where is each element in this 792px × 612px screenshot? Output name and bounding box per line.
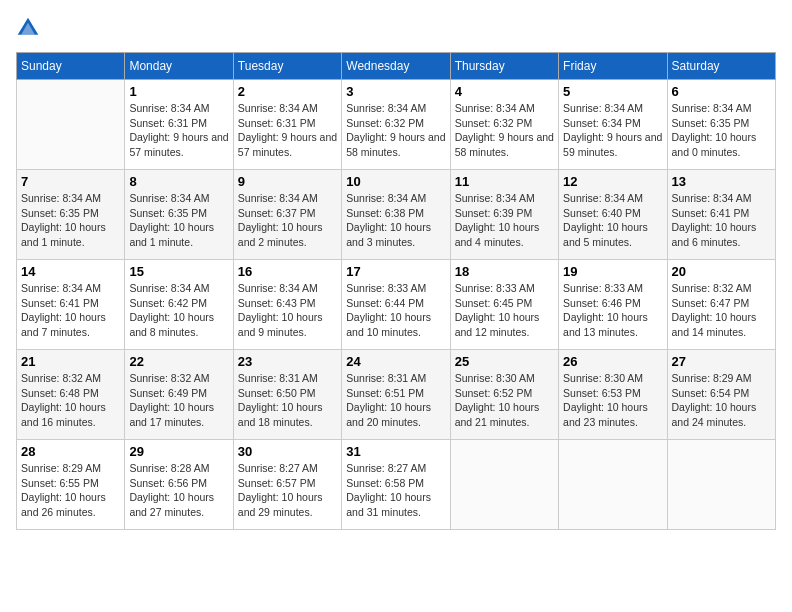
day-number: 9 xyxy=(238,174,337,189)
calendar-cell: 18Sunrise: 8:33 AMSunset: 6:45 PMDayligh… xyxy=(450,260,558,350)
calendar-week-row: 21Sunrise: 8:32 AMSunset: 6:48 PMDayligh… xyxy=(17,350,776,440)
calendar-cell: 15Sunrise: 8:34 AMSunset: 6:42 PMDayligh… xyxy=(125,260,233,350)
cell-info: Sunrise: 8:34 AMSunset: 6:43 PMDaylight:… xyxy=(238,281,337,340)
day-number: 16 xyxy=(238,264,337,279)
cell-info: Sunrise: 8:33 AMSunset: 6:45 PMDaylight:… xyxy=(455,281,554,340)
calendar-cell xyxy=(559,440,667,530)
cell-info: Sunrise: 8:34 AMSunset: 6:41 PMDaylight:… xyxy=(21,281,120,340)
cell-info: Sunrise: 8:27 AMSunset: 6:57 PMDaylight:… xyxy=(238,461,337,520)
calendar-cell: 2Sunrise: 8:34 AMSunset: 6:31 PMDaylight… xyxy=(233,80,341,170)
day-number: 27 xyxy=(672,354,771,369)
calendar-cell: 17Sunrise: 8:33 AMSunset: 6:44 PMDayligh… xyxy=(342,260,450,350)
cell-info: Sunrise: 8:33 AMSunset: 6:44 PMDaylight:… xyxy=(346,281,445,340)
calendar-cell: 31Sunrise: 8:27 AMSunset: 6:58 PMDayligh… xyxy=(342,440,450,530)
calendar-cell: 14Sunrise: 8:34 AMSunset: 6:41 PMDayligh… xyxy=(17,260,125,350)
calendar-cell: 22Sunrise: 8:32 AMSunset: 6:49 PMDayligh… xyxy=(125,350,233,440)
calendar-cell: 11Sunrise: 8:34 AMSunset: 6:39 PMDayligh… xyxy=(450,170,558,260)
cell-info: Sunrise: 8:34 AMSunset: 6:34 PMDaylight:… xyxy=(563,101,662,160)
calendar-cell: 21Sunrise: 8:32 AMSunset: 6:48 PMDayligh… xyxy=(17,350,125,440)
day-number: 20 xyxy=(672,264,771,279)
cell-info: Sunrise: 8:31 AMSunset: 6:51 PMDaylight:… xyxy=(346,371,445,430)
calendar-cell: 29Sunrise: 8:28 AMSunset: 6:56 PMDayligh… xyxy=(125,440,233,530)
calendar-cell: 27Sunrise: 8:29 AMSunset: 6:54 PMDayligh… xyxy=(667,350,775,440)
calendar-cell: 9Sunrise: 8:34 AMSunset: 6:37 PMDaylight… xyxy=(233,170,341,260)
calendar-cell: 30Sunrise: 8:27 AMSunset: 6:57 PMDayligh… xyxy=(233,440,341,530)
weekday-header-saturday: Saturday xyxy=(667,53,775,80)
cell-info: Sunrise: 8:34 AMSunset: 6:35 PMDaylight:… xyxy=(129,191,228,250)
calendar-cell: 1Sunrise: 8:34 AMSunset: 6:31 PMDaylight… xyxy=(125,80,233,170)
cell-info: Sunrise: 8:34 AMSunset: 6:41 PMDaylight:… xyxy=(672,191,771,250)
cell-info: Sunrise: 8:34 AMSunset: 6:31 PMDaylight:… xyxy=(238,101,337,160)
weekday-header-thursday: Thursday xyxy=(450,53,558,80)
cell-info: Sunrise: 8:34 AMSunset: 6:35 PMDaylight:… xyxy=(21,191,120,250)
weekday-header-tuesday: Tuesday xyxy=(233,53,341,80)
day-number: 15 xyxy=(129,264,228,279)
cell-info: Sunrise: 8:34 AMSunset: 6:31 PMDaylight:… xyxy=(129,101,228,160)
day-number: 12 xyxy=(563,174,662,189)
day-number: 22 xyxy=(129,354,228,369)
weekday-header-sunday: Sunday xyxy=(17,53,125,80)
cell-info: Sunrise: 8:34 AMSunset: 6:32 PMDaylight:… xyxy=(455,101,554,160)
cell-info: Sunrise: 8:34 AMSunset: 6:38 PMDaylight:… xyxy=(346,191,445,250)
logo xyxy=(16,16,44,40)
day-number: 4 xyxy=(455,84,554,99)
logo-icon xyxy=(16,16,40,40)
calendar-cell: 19Sunrise: 8:33 AMSunset: 6:46 PMDayligh… xyxy=(559,260,667,350)
calendar-cell: 25Sunrise: 8:30 AMSunset: 6:52 PMDayligh… xyxy=(450,350,558,440)
day-number: 7 xyxy=(21,174,120,189)
calendar-week-row: 28Sunrise: 8:29 AMSunset: 6:55 PMDayligh… xyxy=(17,440,776,530)
day-number: 31 xyxy=(346,444,445,459)
day-number: 3 xyxy=(346,84,445,99)
day-number: 26 xyxy=(563,354,662,369)
day-number: 1 xyxy=(129,84,228,99)
day-number: 19 xyxy=(563,264,662,279)
day-number: 5 xyxy=(563,84,662,99)
day-number: 30 xyxy=(238,444,337,459)
weekday-header-wednesday: Wednesday xyxy=(342,53,450,80)
day-number: 6 xyxy=(672,84,771,99)
cell-info: Sunrise: 8:30 AMSunset: 6:53 PMDaylight:… xyxy=(563,371,662,430)
day-number: 24 xyxy=(346,354,445,369)
cell-info: Sunrise: 8:34 AMSunset: 6:39 PMDaylight:… xyxy=(455,191,554,250)
weekday-header-friday: Friday xyxy=(559,53,667,80)
calendar-cell: 6Sunrise: 8:34 AMSunset: 6:35 PMDaylight… xyxy=(667,80,775,170)
day-number: 14 xyxy=(21,264,120,279)
day-number: 10 xyxy=(346,174,445,189)
calendar-cell: 3Sunrise: 8:34 AMSunset: 6:32 PMDaylight… xyxy=(342,80,450,170)
day-number: 21 xyxy=(21,354,120,369)
day-number: 29 xyxy=(129,444,228,459)
calendar-week-row: 7Sunrise: 8:34 AMSunset: 6:35 PMDaylight… xyxy=(17,170,776,260)
day-number: 28 xyxy=(21,444,120,459)
calendar-cell: 20Sunrise: 8:32 AMSunset: 6:47 PMDayligh… xyxy=(667,260,775,350)
cell-info: Sunrise: 8:34 AMSunset: 6:37 PMDaylight:… xyxy=(238,191,337,250)
weekday-header-monday: Monday xyxy=(125,53,233,80)
calendar-cell: 8Sunrise: 8:34 AMSunset: 6:35 PMDaylight… xyxy=(125,170,233,260)
calendar-cell: 28Sunrise: 8:29 AMSunset: 6:55 PMDayligh… xyxy=(17,440,125,530)
calendar-cell xyxy=(450,440,558,530)
cell-info: Sunrise: 8:29 AMSunset: 6:55 PMDaylight:… xyxy=(21,461,120,520)
cell-info: Sunrise: 8:32 AMSunset: 6:48 PMDaylight:… xyxy=(21,371,120,430)
page-header xyxy=(16,16,776,40)
cell-info: Sunrise: 8:34 AMSunset: 6:42 PMDaylight:… xyxy=(129,281,228,340)
calendar-cell: 12Sunrise: 8:34 AMSunset: 6:40 PMDayligh… xyxy=(559,170,667,260)
cell-info: Sunrise: 8:32 AMSunset: 6:49 PMDaylight:… xyxy=(129,371,228,430)
calendar-cell: 24Sunrise: 8:31 AMSunset: 6:51 PMDayligh… xyxy=(342,350,450,440)
day-number: 17 xyxy=(346,264,445,279)
day-number: 13 xyxy=(672,174,771,189)
cell-info: Sunrise: 8:30 AMSunset: 6:52 PMDaylight:… xyxy=(455,371,554,430)
cell-info: Sunrise: 8:29 AMSunset: 6:54 PMDaylight:… xyxy=(672,371,771,430)
calendar-cell: 13Sunrise: 8:34 AMSunset: 6:41 PMDayligh… xyxy=(667,170,775,260)
cell-info: Sunrise: 8:31 AMSunset: 6:50 PMDaylight:… xyxy=(238,371,337,430)
calendar-cell: 5Sunrise: 8:34 AMSunset: 6:34 PMDaylight… xyxy=(559,80,667,170)
calendar-cell xyxy=(17,80,125,170)
day-number: 18 xyxy=(455,264,554,279)
calendar-table: SundayMondayTuesdayWednesdayThursdayFrid… xyxy=(16,52,776,530)
weekday-header-row: SundayMondayTuesdayWednesdayThursdayFrid… xyxy=(17,53,776,80)
calendar-cell: 16Sunrise: 8:34 AMSunset: 6:43 PMDayligh… xyxy=(233,260,341,350)
day-number: 8 xyxy=(129,174,228,189)
cell-info: Sunrise: 8:32 AMSunset: 6:47 PMDaylight:… xyxy=(672,281,771,340)
day-number: 25 xyxy=(455,354,554,369)
calendar-cell: 23Sunrise: 8:31 AMSunset: 6:50 PMDayligh… xyxy=(233,350,341,440)
calendar-week-row: 1Sunrise: 8:34 AMSunset: 6:31 PMDaylight… xyxy=(17,80,776,170)
cell-info: Sunrise: 8:34 AMSunset: 6:32 PMDaylight:… xyxy=(346,101,445,160)
